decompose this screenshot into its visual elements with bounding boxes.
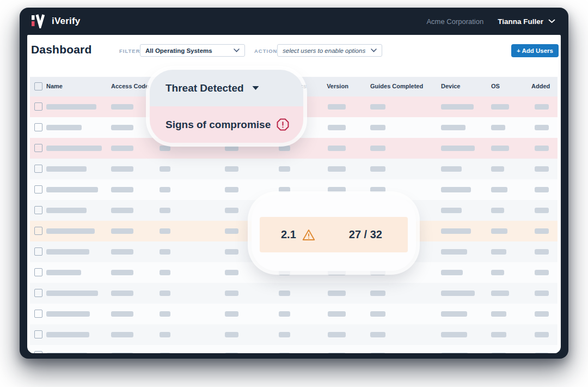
version-placeholder [328,104,346,110]
column-header-version[interactable]: Version [324,83,351,89]
table-row [30,345,558,353]
added-placeholder [535,146,549,151]
access-code-placeholder [111,166,133,172]
row-checkbox[interactable] [34,123,42,131]
row-checkbox[interactable] [34,247,42,256]
guides-placeholder [370,311,385,317]
guides-placeholder [370,104,385,110]
access-code-placeholder [111,228,133,234]
guides-placeholder [370,146,385,151]
threat-detected-callout: Threat Detected Signs of compromise [150,70,303,143]
name-placeholder [46,332,89,337]
row-checkbox[interactable] [34,268,42,276]
column-header-os[interactable]: OS [491,83,500,89]
os-placeholder [491,187,507,192]
status-placeholder [225,353,238,353]
added-placeholder [535,125,549,130]
device-placeholder [441,187,471,192]
alert-octagon-icon [277,118,289,131]
row-checkbox[interactable] [34,206,42,214]
column-header-name[interactable]: Name [46,83,63,89]
name-placeholder [46,311,90,317]
threat-placeholder [160,270,170,275]
metrics-placeholder [279,291,290,296]
threat-placeholder [160,249,170,255]
row-checkbox[interactable] [34,289,42,297]
added-placeholder [535,291,549,296]
top-nav-right: Acme Corporation Tianna Fuller [426,17,555,26]
action-select[interactable]: select users to enable options [277,44,382,57]
row-checkbox[interactable] [34,227,42,235]
name-placeholder [46,125,82,130]
column-header-added[interactable]: Added [531,83,549,89]
device-placeholder [441,270,463,275]
table-row [30,138,558,159]
status-placeholder [225,187,238,192]
status-placeholder [225,332,238,337]
metrics-placeholder [279,332,290,337]
added-placeholder [535,228,549,234]
guides-completed-value: 27 / 32 [349,228,382,241]
name-placeholder [46,291,98,296]
added-placeholder [535,353,549,353]
name-placeholder [46,270,81,275]
threat-placeholder [160,291,170,296]
logo: iVerify [32,14,80,28]
device-placeholder [441,146,475,151]
access-code-placeholder [111,353,133,353]
select-all-checkbox[interactable] [34,82,42,90]
status-placeholder [225,208,238,213]
row-checkbox[interactable] [34,185,42,194]
os-filter-select[interactable]: All Operating Systems [140,44,245,57]
metrics-placeholder [279,166,290,172]
device-placeholder [441,208,462,213]
metric-score: 2.1 [281,228,296,241]
os-filter-value: All Operating Systems [145,47,212,54]
added-placeholder [535,311,549,317]
threat-placeholder [160,208,170,213]
os-placeholder [491,249,506,255]
row-metrics-callout: 2.1 27 / 32 [252,195,416,271]
top-nav: iVerify Acme Corporation Tianna Fuller [20,8,568,35]
os-placeholder [491,146,509,151]
chevron-down-icon[interactable] [548,19,555,23]
threat-status-cell: Signs of compromise [150,106,303,143]
access-code-placeholder [111,249,133,255]
row-checkbox[interactable] [34,330,42,338]
threat-placeholder [160,166,170,172]
column-header-access-code[interactable]: Access Code [111,83,149,89]
row-checkbox[interactable] [34,310,42,318]
threat-placeholder [160,353,170,353]
add-users-button[interactable]: + Add Users [511,44,559,57]
added-placeholder [535,104,549,110]
status-placeholder [225,270,238,275]
user-menu[interactable]: Tianna Fuller [498,17,543,26]
version-placeholder [328,187,346,192]
table-row [30,159,558,179]
device-placeholder [441,249,467,255]
logo-text: iVerify [52,16,80,27]
status-placeholder [225,249,238,255]
access-code-placeholder [111,187,133,192]
column-header-guides-completed[interactable]: Guides Completed [370,83,423,89]
guides-placeholder [370,291,385,296]
row-checkbox[interactable] [34,351,42,353]
row-checkbox[interactable] [34,144,42,152]
threat-column-dropdown[interactable]: Threat Detected [150,70,303,106]
action-placeholder: select users to enable options [283,47,365,54]
warning-triangle-icon [302,229,315,241]
row-checkbox[interactable] [34,102,42,111]
name-placeholder [46,228,95,234]
column-header-device[interactable]: Device [441,83,460,89]
device-placeholder [441,332,467,337]
table-row [30,324,558,345]
row-checkbox[interactable] [34,165,42,173]
access-code-placeholder [111,208,133,213]
name-placeholder [46,187,98,192]
status-placeholder [225,146,238,151]
device-placeholder [441,311,467,317]
status-placeholder [225,311,238,317]
table-row [30,283,558,304]
caret-down-icon [252,86,260,90]
added-placeholder [535,270,549,275]
